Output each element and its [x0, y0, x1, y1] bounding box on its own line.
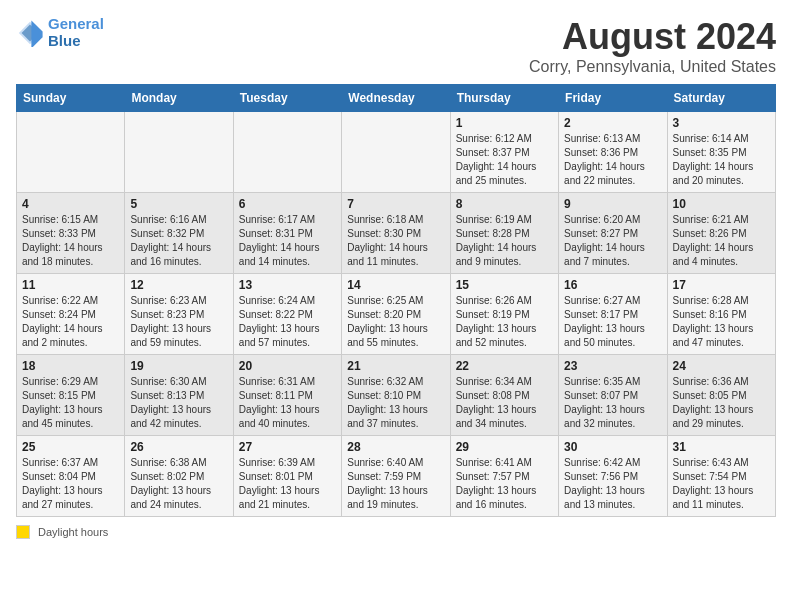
calendar-cell: 18Sunrise: 6:29 AMSunset: 8:15 PMDayligh…: [17, 355, 125, 436]
calendar-cell: 21Sunrise: 6:32 AMSunset: 8:10 PMDayligh…: [342, 355, 450, 436]
calendar-row: 1Sunrise: 6:12 AMSunset: 8:37 PMDaylight…: [17, 112, 776, 193]
calendar-cell: 20Sunrise: 6:31 AMSunset: 8:11 PMDayligh…: [233, 355, 341, 436]
calendar-cell: [17, 112, 125, 193]
day-info: Sunrise: 6:28 AMSunset: 8:16 PMDaylight:…: [673, 294, 770, 350]
calendar-cell: 23Sunrise: 6:35 AMSunset: 8:07 PMDayligh…: [559, 355, 667, 436]
day-number: 24: [673, 359, 770, 373]
day-info: Sunrise: 6:12 AMSunset: 8:37 PMDaylight:…: [456, 132, 553, 188]
calendar-row: 4Sunrise: 6:15 AMSunset: 8:33 PMDaylight…: [17, 193, 776, 274]
day-info: Sunrise: 6:24 AMSunset: 8:22 PMDaylight:…: [239, 294, 336, 350]
day-info: Sunrise: 6:38 AMSunset: 8:02 PMDaylight:…: [130, 456, 227, 512]
day-number: 15: [456, 278, 553, 292]
day-info: Sunrise: 6:25 AMSunset: 8:20 PMDaylight:…: [347, 294, 444, 350]
day-number: 31: [673, 440, 770, 454]
calendar-cell: 7Sunrise: 6:18 AMSunset: 8:30 PMDaylight…: [342, 193, 450, 274]
calendar-cell: 17Sunrise: 6:28 AMSunset: 8:16 PMDayligh…: [667, 274, 775, 355]
day-number: 16: [564, 278, 661, 292]
calendar-cell: 16Sunrise: 6:27 AMSunset: 8:17 PMDayligh…: [559, 274, 667, 355]
calendar-cell: 10Sunrise: 6:21 AMSunset: 8:26 PMDayligh…: [667, 193, 775, 274]
day-info: Sunrise: 6:41 AMSunset: 7:57 PMDaylight:…: [456, 456, 553, 512]
calendar-cell: 2Sunrise: 6:13 AMSunset: 8:36 PMDaylight…: [559, 112, 667, 193]
day-info: Sunrise: 6:16 AMSunset: 8:32 PMDaylight:…: [130, 213, 227, 269]
title-area: August 2024 Corry, Pennsylvania, United …: [529, 16, 776, 76]
day-info: Sunrise: 6:19 AMSunset: 8:28 PMDaylight:…: [456, 213, 553, 269]
day-number: 3: [673, 116, 770, 130]
calendar-cell: 19Sunrise: 6:30 AMSunset: 8:13 PMDayligh…: [125, 355, 233, 436]
day-info: Sunrise: 6:37 AMSunset: 8:04 PMDaylight:…: [22, 456, 119, 512]
day-number: 7: [347, 197, 444, 211]
day-number: 1: [456, 116, 553, 130]
day-number: 19: [130, 359, 227, 373]
day-number: 14: [347, 278, 444, 292]
calendar-cell: 27Sunrise: 6:39 AMSunset: 8:01 PMDayligh…: [233, 436, 341, 517]
calendar-cell: 24Sunrise: 6:36 AMSunset: 8:05 PMDayligh…: [667, 355, 775, 436]
day-number: 9: [564, 197, 661, 211]
day-info: Sunrise: 6:23 AMSunset: 8:23 PMDaylight:…: [130, 294, 227, 350]
day-info: Sunrise: 6:27 AMSunset: 8:17 PMDaylight:…: [564, 294, 661, 350]
day-info: Sunrise: 6:17 AMSunset: 8:31 PMDaylight:…: [239, 213, 336, 269]
subtitle: Corry, Pennsylvania, United States: [529, 58, 776, 76]
logo: General Blue: [16, 16, 104, 49]
day-info: Sunrise: 6:31 AMSunset: 8:11 PMDaylight:…: [239, 375, 336, 431]
weekday-header: Wednesday: [342, 85, 450, 112]
day-number: 4: [22, 197, 119, 211]
calendar-cell: [125, 112, 233, 193]
day-info: Sunrise: 6:15 AMSunset: 8:33 PMDaylight:…: [22, 213, 119, 269]
calendar-cell: 8Sunrise: 6:19 AMSunset: 8:28 PMDaylight…: [450, 193, 558, 274]
calendar-cell: 22Sunrise: 6:34 AMSunset: 8:08 PMDayligh…: [450, 355, 558, 436]
svg-marker-2: [31, 20, 42, 47]
weekday-header: Friday: [559, 85, 667, 112]
day-number: 5: [130, 197, 227, 211]
day-number: 2: [564, 116, 661, 130]
day-number: 11: [22, 278, 119, 292]
day-info: Sunrise: 6:22 AMSunset: 8:24 PMDaylight:…: [22, 294, 119, 350]
day-info: Sunrise: 6:39 AMSunset: 8:01 PMDaylight:…: [239, 456, 336, 512]
day-info: Sunrise: 6:32 AMSunset: 8:10 PMDaylight:…: [347, 375, 444, 431]
page-header: General Blue August 2024 Corry, Pennsylv…: [16, 16, 776, 76]
calendar-cell: 4Sunrise: 6:15 AMSunset: 8:33 PMDaylight…: [17, 193, 125, 274]
calendar-cell: [342, 112, 450, 193]
day-number: 26: [130, 440, 227, 454]
calendar-cell: 6Sunrise: 6:17 AMSunset: 8:31 PMDaylight…: [233, 193, 341, 274]
day-info: Sunrise: 6:34 AMSunset: 8:08 PMDaylight:…: [456, 375, 553, 431]
day-info: Sunrise: 6:42 AMSunset: 7:56 PMDaylight:…: [564, 456, 661, 512]
day-info: Sunrise: 6:21 AMSunset: 8:26 PMDaylight:…: [673, 213, 770, 269]
day-info: Sunrise: 6:40 AMSunset: 7:59 PMDaylight:…: [347, 456, 444, 512]
day-number: 12: [130, 278, 227, 292]
weekday-header: Saturday: [667, 85, 775, 112]
day-info: Sunrise: 6:20 AMSunset: 8:27 PMDaylight:…: [564, 213, 661, 269]
day-info: Sunrise: 6:36 AMSunset: 8:05 PMDaylight:…: [673, 375, 770, 431]
weekday-header: Tuesday: [233, 85, 341, 112]
calendar-row: 18Sunrise: 6:29 AMSunset: 8:15 PMDayligh…: [17, 355, 776, 436]
calendar-cell: 26Sunrise: 6:38 AMSunset: 8:02 PMDayligh…: [125, 436, 233, 517]
calendar-header: SundayMondayTuesdayWednesdayThursdayFrid…: [17, 85, 776, 112]
main-title: August 2024: [529, 16, 776, 58]
day-number: 20: [239, 359, 336, 373]
logo-icon: [16, 19, 44, 47]
calendar-cell: 12Sunrise: 6:23 AMSunset: 8:23 PMDayligh…: [125, 274, 233, 355]
calendar-cell: 1Sunrise: 6:12 AMSunset: 8:37 PMDaylight…: [450, 112, 558, 193]
calendar-cell: 31Sunrise: 6:43 AMSunset: 7:54 PMDayligh…: [667, 436, 775, 517]
day-info: Sunrise: 6:18 AMSunset: 8:30 PMDaylight:…: [347, 213, 444, 269]
day-info: Sunrise: 6:35 AMSunset: 8:07 PMDaylight:…: [564, 375, 661, 431]
calendar-cell: 30Sunrise: 6:42 AMSunset: 7:56 PMDayligh…: [559, 436, 667, 517]
weekday-header: Monday: [125, 85, 233, 112]
calendar-row: 11Sunrise: 6:22 AMSunset: 8:24 PMDayligh…: [17, 274, 776, 355]
weekday-header: Sunday: [17, 85, 125, 112]
day-info: Sunrise: 6:13 AMSunset: 8:36 PMDaylight:…: [564, 132, 661, 188]
day-number: 28: [347, 440, 444, 454]
day-number: 6: [239, 197, 336, 211]
calendar-cell: 3Sunrise: 6:14 AMSunset: 8:35 PMDaylight…: [667, 112, 775, 193]
calendar-body: 1Sunrise: 6:12 AMSunset: 8:37 PMDaylight…: [17, 112, 776, 517]
day-number: 23: [564, 359, 661, 373]
calendar-cell: 5Sunrise: 6:16 AMSunset: 8:32 PMDaylight…: [125, 193, 233, 274]
logo-text: General Blue: [48, 16, 104, 49]
day-number: 17: [673, 278, 770, 292]
day-number: 10: [673, 197, 770, 211]
calendar-cell: 25Sunrise: 6:37 AMSunset: 8:04 PMDayligh…: [17, 436, 125, 517]
calendar-cell: [233, 112, 341, 193]
legend-label: Daylight hours: [38, 526, 108, 538]
day-number: 29: [456, 440, 553, 454]
day-number: 8: [456, 197, 553, 211]
day-info: Sunrise: 6:29 AMSunset: 8:15 PMDaylight:…: [22, 375, 119, 431]
